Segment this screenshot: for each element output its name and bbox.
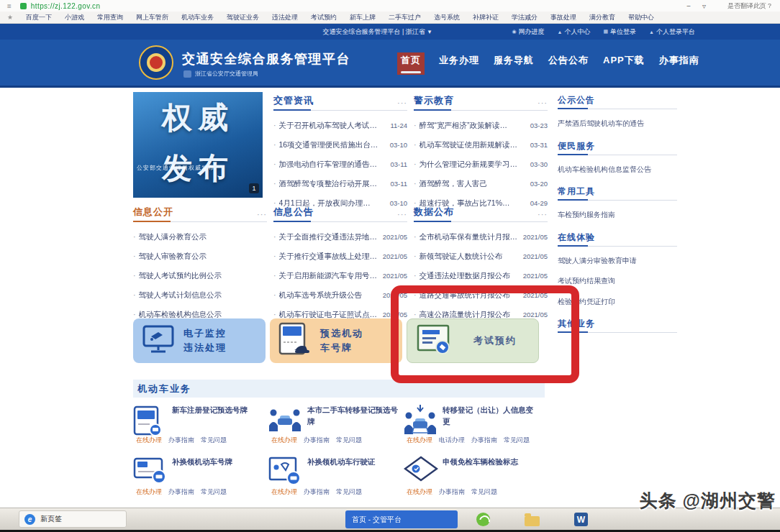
news-item[interactable]: ·16项交通管理便民措施出台…03-10 [273, 135, 407, 155]
news-item[interactable]: ·驾驶人考试预约比例公示 [133, 266, 267, 285]
more-link[interactable]: ··· [397, 210, 407, 219]
bookmark-item[interactable]: 事故处理 [550, 13, 576, 22]
business-link[interactable]: 在线办理 [271, 436, 297, 445]
news-item[interactable]: ·关于召开机动车驾驶人考试…11-24 [273, 116, 407, 135]
address-url[interactable]: https://zj.122.gov.cn [31, 2, 101, 10]
bookmark-item[interactable]: 考试预约 [311, 13, 337, 22]
authority-release-banner[interactable]: 权威 发布 公安部交通管理局权威发布 1 [133, 92, 263, 198]
bookmark-item[interactable]: 选号系统 [434, 13, 460, 22]
news-item[interactable]: ·驾驶人审验教育公示 [133, 247, 267, 266]
nav-item[interactable]: 首页 [397, 52, 425, 75]
nav-item[interactable]: APP下载 [603, 54, 645, 75]
news-item[interactable]: ·酒驾醉驾，害人害己03-20 [414, 174, 548, 193]
more-link[interactable]: ··· [538, 210, 548, 219]
business-item[interactable]: 申领免检车辆检验标志在线办理办事指南常见问题 [404, 454, 536, 502]
bookmark-item[interactable]: 满分教育 [589, 13, 615, 22]
region-switcher[interactable]: 交通安全综合服务管理平台 | 浙江省 ▾ [322, 24, 431, 40]
news-item[interactable]: ·交通违法处理数据月报公布2021/05 [414, 266, 548, 285]
electronic-monitoring-button[interactable]: 电子监控违法处理 [133, 318, 266, 363]
business-link[interactable]: 办事指南 [168, 436, 194, 445]
exam-appointment-button[interactable]: 考试预约 [407, 318, 539, 363]
translate-prompt[interactable]: 是否翻译此页？ [727, 1, 773, 11]
business-item[interactable]: 转移登记（出让）人信息变更在线办理电话办理办事指南常见问题 [404, 403, 536, 450]
nav-item[interactable]: 办事指南 [659, 54, 699, 75]
business-link[interactable]: 常见问题 [471, 487, 497, 497]
business-link[interactable]: 办事指南 [304, 487, 330, 497]
bookmark-item[interactable]: 补牌补证 [473, 13, 499, 22]
business-link[interactable]: 电话办理 [439, 436, 465, 445]
bookmark-item[interactable]: 常用查询 [97, 13, 123, 22]
nav-item[interactable]: 业务办理 [439, 54, 479, 75]
sidebar-link[interactable]: 检验预约凭证打印 [558, 297, 677, 307]
topstrip-link[interactable]: ▲个人中心 [558, 27, 591, 37]
sidebar-link[interactable]: 驾驶人满分审验教育申请 [558, 256, 677, 266]
news-item[interactable]: ·加强电动自行车管理的通告…03-11 [273, 155, 407, 174]
news-item[interactable]: ·道路交通事故统计月报公布2021/05 [414, 285, 548, 305]
bookmark-item[interactable]: 新车上牌 [350, 13, 376, 22]
bookmark-item[interactable]: 小游戏 [65, 13, 84, 22]
topstrip-links: ◉网办进度▲个人中心▦单位登录▲个人登录平台 [512, 24, 695, 40]
minimize-icon[interactable]: − [686, 2, 691, 10]
business-link[interactable]: 在线办理 [271, 487, 297, 497]
restore-icon[interactable]: ▿ [702, 2, 706, 10]
news-item[interactable]: ·关于启用新能源汽车专用号…2021/05 [273, 266, 407, 285]
news-item-title: 关于推行交通事故线上处理… [279, 247, 378, 266]
word-icon[interactable]: W [574, 513, 588, 526]
business-item[interactable]: 补换领机动车行驶证在线办理办事指南常见问题 [268, 454, 401, 502]
news-item[interactable]: ·机动车驾驶证使用新规解读…03-31 [414, 135, 548, 155]
business-link[interactable]: 在线办理 [407, 436, 432, 445]
news-item[interactable]: ·醉驾“宽严相济”政策解读…03-23 [414, 116, 548, 135]
preselect-plate-button[interactable]: 预选机动车号牌 [270, 318, 402, 363]
news-item[interactable]: ·全市机动车保有量统计月报…2021/05 [414, 227, 548, 247]
business-link[interactable]: 办事指南 [471, 436, 497, 445]
menu-icon[interactable]: ≡ [7, 2, 12, 10]
news-item[interactable]: ·酒驾醉驾专项整治行动开展…03-11 [273, 174, 407, 193]
sidebar-link[interactable]: 考试预约结果查询 [558, 276, 677, 286]
business-link[interactable]: 常见问题 [201, 487, 227, 497]
topstrip-link[interactable]: ▲个人登录平台 [649, 27, 695, 37]
business-link[interactable]: 办事指南 [304, 436, 330, 445]
more-link[interactable]: ··· [538, 98, 548, 107]
business-link[interactable]: 在线办理 [407, 487, 432, 497]
bookmark-item[interactable]: 违法处理 [272, 13, 298, 22]
business-item[interactable]: 本市二手车转移登记预选号牌在线办理办事指南常见问题 [268, 403, 401, 450]
news-item[interactable]: ·为什么管理记分新规要学习…03-30 [414, 155, 548, 174]
news-item[interactable]: ·机动车选号系统升级公告2021/05 [273, 285, 407, 305]
green-browser-icon[interactable] [476, 513, 490, 526]
news-item[interactable]: ·驾驶人考试计划信息公示 [133, 285, 267, 305]
active-task-button[interactable]: 首页 - 交管平台 [345, 510, 458, 528]
bookmark-item[interactable]: 网上车管所 [136, 13, 168, 22]
business-link[interactable]: 常见问题 [336, 436, 362, 445]
quicklaunch-button[interactable]: e 新页签 [19, 510, 127, 528]
nav-item[interactable]: 服务导航 [494, 54, 534, 75]
topstrip-link[interactable]: ▦单位登录 [603, 27, 636, 37]
business-link[interactable]: 常见问题 [504, 436, 530, 445]
business-link[interactable]: 办事指南 [439, 487, 465, 497]
business-link[interactable]: 在线办理 [136, 436, 162, 445]
topstrip-link[interactable]: ◉网办进度 [512, 27, 544, 37]
news-item[interactable]: ·新领驾驶证人数统计公布2021/05 [414, 247, 548, 266]
bookmark-item[interactable]: 二手车过户 [389, 13, 421, 22]
news-item[interactable]: ·关于全面推行交通违法异地…2021/05 [273, 227, 407, 247]
sidebar-link[interactable]: 严禁酒后驾驶机动车的通告 [558, 119, 677, 129]
bookmark-item[interactable]: 帮助中心 [628, 13, 654, 22]
bookmark-item[interactable]: 学法减分 [512, 13, 538, 22]
bookmark-item[interactable]: 百度一下 [26, 13, 52, 22]
business-link[interactable]: 在线办理 [136, 487, 162, 497]
business-item[interactable]: 新车注册登记预选号牌在线办理办事指南常见问题 [133, 403, 266, 450]
news-item[interactable]: ·驾驶人满分教育公示 [133, 227, 267, 247]
document-badge-icon [268, 456, 303, 489]
bookmark-item[interactable]: 驾驶证业务 [227, 13, 259, 22]
business-link[interactable]: 常见问题 [201, 436, 227, 445]
more-link[interactable]: ··· [397, 98, 407, 107]
business-link[interactable]: 办事指南 [168, 487, 194, 497]
more-link[interactable]: ··· [257, 210, 267, 219]
news-item[interactable]: ·关于推行交通事故线上处理…2021/05 [273, 247, 407, 266]
business-link[interactable]: 常见问题 [336, 487, 362, 497]
sidebar-link[interactable]: 车检预约服务指南 [558, 210, 677, 220]
sidebar-link[interactable]: 机动车检验机构信息监督公告 [558, 165, 677, 175]
nav-item[interactable]: 公告公布 [548, 54, 589, 75]
business-item[interactable]: 补换领机动车号牌在线办理办事指南常见问题 [133, 454, 266, 502]
folder-icon[interactable] [525, 516, 540, 526]
bookmark-item[interactable]: 机动车业务 [181, 13, 214, 22]
